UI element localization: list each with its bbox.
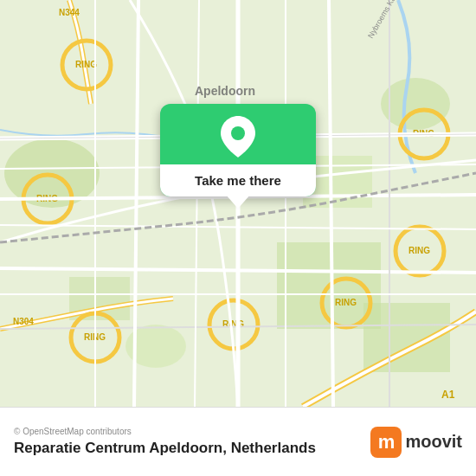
map-container: RING RING RING RING RING RING RING N344 … (0, 0, 476, 407)
svg-text:Apeldoorn: Apeldoorn (195, 84, 255, 98)
moovit-wordmark: moovit (405, 432, 462, 452)
bottom-bar: © OpenStreetMap contributors Reparatie C… (0, 407, 476, 476)
location-pin-icon (219, 118, 257, 156)
moovit-m-icon: m (370, 427, 402, 458)
button-label: Take me there (195, 173, 281, 188)
map-popup[interactable]: Take me there (160, 104, 316, 196)
moovit-letter: m (378, 431, 396, 453)
take-me-there-button[interactable]: Take me there (160, 164, 316, 196)
svg-point-42 (231, 126, 245, 140)
svg-text:N304: N304 (13, 317, 34, 326)
svg-text:RING: RING (75, 60, 97, 69)
popup-arrow (226, 195, 250, 209)
copyright-text: © OpenStreetMap contributors (14, 427, 316, 436)
svg-text:N344: N344 (59, 8, 80, 17)
popup-pin-area (160, 104, 316, 164)
bottom-left-info: © OpenStreetMap contributors Reparatie C… (14, 427, 316, 457)
svg-text:A1: A1 (441, 389, 455, 401)
svg-text:RING: RING (335, 298, 357, 307)
svg-point-4 (381, 78, 450, 130)
svg-text:RING: RING (408, 246, 430, 255)
moovit-logo: m moovit (370, 427, 462, 458)
location-title: Reparatie Centrum Apeldoorn, Netherlands (14, 440, 316, 457)
